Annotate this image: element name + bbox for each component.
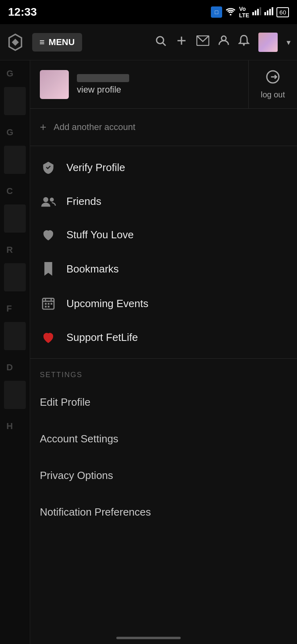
bg-divider-3 (4, 204, 26, 233)
svg-point-9 (157, 37, 164, 44)
settings-item-notification-preferences[interactable]: Notification Preferences (30, 494, 297, 530)
svg-rect-28 (45, 306, 47, 308)
bg-letter-h: H (0, 413, 30, 440)
friends-icon (40, 196, 57, 208)
settings-item-edit-profile[interactable]: Edit Profile (30, 384, 297, 421)
stuff-you-love-icon (40, 229, 57, 241)
battery-icon: 60 (276, 8, 289, 17)
svg-rect-27 (51, 303, 52, 305)
bg-letter-r: R (0, 237, 30, 263)
profile-name-blurred (77, 74, 129, 82)
svg-rect-7 (269, 9, 271, 15)
verify-profile-icon (40, 161, 57, 174)
logo (6, 33, 24, 51)
status-time: 12:33 (8, 6, 37, 19)
account-settings-label: Account Settings (40, 433, 118, 445)
settings-item-privacy-options[interactable]: Privacy Options (30, 457, 297, 494)
friends-label: Friends (66, 195, 101, 208)
add-account-label: Add another account (54, 122, 135, 132)
bg-divider-4 (4, 263, 26, 291)
menu-item-stuff-you-love[interactable]: Stuff You Love (30, 218, 297, 252)
notification-icon: □ (211, 6, 222, 18)
edit-profile-label: Edit Profile (40, 396, 91, 409)
avatar-image (258, 33, 278, 52)
svg-rect-4 (260, 7, 261, 15)
support-fetlife-icon (40, 332, 57, 344)
profile-info: view profile (77, 74, 129, 95)
svg-rect-25 (45, 303, 47, 305)
stuff-you-love-label: Stuff You Love (66, 229, 134, 241)
nav-icons: ▾ (155, 33, 291, 52)
logout-button[interactable]: log out (249, 60, 297, 108)
menu-item-friends[interactable]: Friends (30, 185, 297, 218)
search-icon[interactable] (155, 35, 167, 50)
svg-rect-6 (267, 10, 268, 15)
profile-icon[interactable] (218, 35, 229, 50)
user-avatar[interactable] (258, 33, 278, 52)
svg-rect-5 (264, 12, 266, 15)
volte-label: VoLTE (239, 6, 249, 19)
menu-item-upcoming-events[interactable]: Upcoming Events (30, 286, 297, 321)
bg-letter-g: G (0, 60, 30, 87)
add-account-icon: + (40, 121, 46, 134)
upcoming-events-label: Upcoming Events (66, 297, 148, 310)
home-indicator (116, 637, 181, 639)
menu-label: MENU (49, 37, 75, 47)
logout-label: log out (261, 90, 285, 99)
profile-section: view profile log out (30, 60, 297, 109)
navigation-drawer: view profile log out + Add another accou… (30, 60, 297, 644)
menu-item-bookmarks[interactable]: Bookmarks (30, 252, 297, 286)
bg-divider-5 (4, 322, 26, 350)
profile-avatar-image (40, 70, 69, 99)
notification-badge: □ (211, 6, 222, 18)
svg-rect-3 (257, 9, 259, 15)
background-sidebar: G G C R F D H (0, 60, 30, 644)
svg-rect-29 (48, 306, 50, 308)
add-account-button[interactable]: + Add another account (30, 109, 297, 146)
menu-item-verify-profile[interactable]: Verify Profile (30, 150, 297, 185)
bg-divider-1 (4, 87, 26, 115)
status-bar: 12:33 □ VoLTE 60 (0, 0, 297, 24)
upcoming-events-icon (40, 297, 57, 310)
bg-letter-d: D (0, 354, 30, 381)
profile-avatar (40, 70, 69, 99)
notification-preferences-label: Notification Preferences (40, 506, 151, 518)
settings-header: SETTINGS (30, 359, 297, 384)
bookmarks-icon (40, 262, 57, 276)
svg-rect-8 (272, 7, 273, 15)
bg-letter-g2: G (0, 119, 30, 146)
bookmarks-label: Bookmarks (66, 263, 119, 275)
status-icons: □ VoLTE 60 (211, 6, 289, 19)
bg-divider-2 (4, 146, 26, 174)
svg-point-14 (221, 36, 226, 41)
menu-item-support-fetlife[interactable]: Support FetLife (30, 321, 297, 354)
signal-icon (264, 7, 273, 17)
svg-point-0 (230, 14, 231, 15)
verify-profile-label: Verify Profile (66, 161, 125, 174)
view-profile-label: view profile (77, 85, 129, 95)
bg-divider-6 (4, 381, 26, 409)
settings-item-account-settings[interactable]: Account Settings (30, 421, 297, 457)
svg-rect-2 (255, 10, 256, 15)
bg-letter-c: C (0, 178, 30, 204)
svg-rect-1 (252, 12, 254, 15)
view-profile-button[interactable]: view profile (30, 60, 249, 108)
bell-icon[interactable] (238, 35, 250, 50)
svg-point-19 (43, 197, 49, 202)
add-icon[interactable] (175, 35, 188, 50)
menu-lines-icon: ≡ (39, 37, 45, 47)
svg-rect-26 (48, 303, 50, 305)
logout-icon (266, 70, 280, 87)
mail-icon[interactable] (196, 35, 209, 49)
signal-r-icon (252, 7, 261, 17)
menu-items-list: Verify Profile Friends Stuff You Love (30, 146, 297, 359)
svg-point-20 (50, 198, 54, 202)
bg-letter-f: F (0, 295, 30, 322)
menu-button[interactable]: ≡ MENU (32, 33, 82, 52)
svg-line-10 (163, 43, 166, 46)
top-nav: ≡ MENU (0, 24, 297, 60)
privacy-options-label: Privacy Options (40, 469, 113, 482)
support-fetlife-label: Support FetLife (66, 331, 138, 344)
chevron-down-icon[interactable]: ▾ (287, 37, 291, 47)
settings-section: SETTINGS Edit Profile Account Settings P… (30, 359, 297, 530)
